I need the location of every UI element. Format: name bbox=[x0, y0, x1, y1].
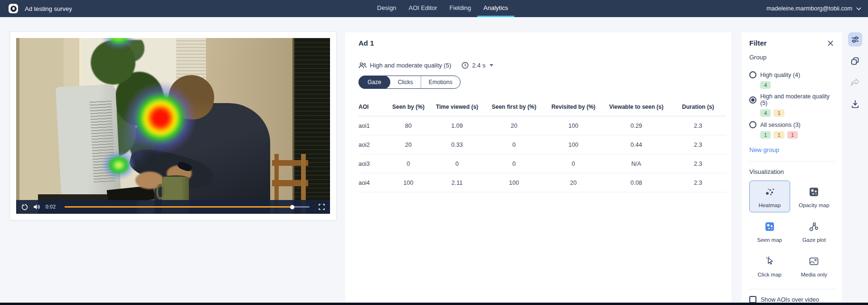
viz-option-click-map[interactable]: Click map bbox=[749, 250, 790, 282]
people-icon bbox=[359, 62, 367, 69]
user-email: madeleine.marmborg@tobii.com bbox=[766, 5, 852, 12]
page-title: Ad 1 bbox=[359, 39, 731, 47]
volume-icon bbox=[33, 204, 40, 210]
app-title: Ad testing survey bbox=[25, 5, 72, 12]
video-current-time: 0:02 bbox=[46, 204, 56, 210]
visualization-options: Heatmap Opacity map Seen map bbox=[749, 181, 834, 282]
session-count-badge: 1 bbox=[774, 131, 784, 139]
bottom-edge-bar bbox=[0, 303, 868, 305]
fullscreen-icon bbox=[319, 204, 325, 210]
chevron-down-icon bbox=[490, 64, 493, 67]
show-aois-label: Show AOIs over video bbox=[761, 296, 819, 303]
video-card: 0:02 bbox=[9, 31, 337, 220]
video-player[interactable]: 0:02 bbox=[16, 38, 330, 214]
new-group-link[interactable]: New group bbox=[749, 146, 779, 153]
group-section-label: Group bbox=[749, 54, 834, 61]
video-controls: 0:02 bbox=[16, 200, 330, 214]
checkbox-icon[interactable] bbox=[749, 296, 756, 303]
media-region: 0:02 bbox=[0, 17, 345, 303]
col-time-viewed: Time viewed (s) bbox=[430, 99, 484, 116]
filter-sliders-icon bbox=[850, 35, 860, 44]
show-aois-checkbox-row[interactable]: Show AOIs over video bbox=[749, 296, 834, 303]
visualization-section-label: Visualization bbox=[749, 168, 834, 175]
main-nav: Design AOI Editor Fielding Analytics bbox=[371, 0, 514, 17]
radio-icon-checked bbox=[749, 96, 756, 104]
radio-icon bbox=[749, 121, 756, 128]
col-seen-by: Seen by (%) bbox=[387, 99, 430, 116]
compare-groups-button[interactable] bbox=[848, 54, 862, 68]
viz-option-media-only[interactable]: Media only bbox=[794, 250, 835, 282]
opacity-map-icon bbox=[808, 186, 820, 198]
aoi-metrics-table: AOI Seen by (%) Time viewed (s) Seen fir… bbox=[359, 99, 726, 192]
filter-title: Filter bbox=[749, 39, 767, 47]
nav-link-fielding[interactable]: Fielding bbox=[443, 0, 478, 17]
side-toolbar bbox=[842, 32, 868, 111]
radio-high-quality[interactable]: High quality (4) bbox=[749, 71, 834, 78]
viz-option-heatmap[interactable]: Heatmap bbox=[749, 181, 790, 212]
clock-icon bbox=[462, 62, 469, 69]
col-revisited-by: Revisited by (%) bbox=[544, 99, 603, 116]
viz-option-opacity-map[interactable]: Opacity map bbox=[794, 181, 835, 212]
radio-icon bbox=[749, 71, 756, 78]
layers-icon bbox=[850, 56, 860, 66]
filter-toolbar-button[interactable] bbox=[848, 32, 862, 47]
session-count-badge: 4 bbox=[760, 109, 771, 117]
tab-gaze[interactable]: Gaze bbox=[359, 76, 390, 89]
session-count-badge: 4 bbox=[760, 81, 771, 89]
chevron-down-icon bbox=[856, 7, 861, 10]
video-frame-monitor-vents bbox=[89, 101, 115, 182]
media-only-icon bbox=[808, 256, 820, 267]
col-seen-first-by: Seen first by (%) bbox=[484, 99, 544, 116]
mute-button[interactable] bbox=[33, 204, 40, 210]
analytics-panel: Ad 1 High and moderate quality (5) 2.4 s… bbox=[345, 32, 731, 303]
progress-fill bbox=[65, 206, 292, 208]
session-count-badge: 1 bbox=[774, 109, 784, 117]
close-icon bbox=[828, 40, 833, 46]
replay-icon bbox=[21, 204, 28, 210]
fullscreen-button[interactable] bbox=[319, 204, 325, 210]
table-header-row: AOI Seen by (%) Time viewed (s) Seen fir… bbox=[359, 99, 726, 116]
table-row: aoi3 0 0 0 0 N/A 2.3 bbox=[359, 154, 726, 173]
heatmap-icon bbox=[764, 186, 775, 198]
filter-panel: Filter Group High quality (4) 4 High and… bbox=[742, 32, 842, 303]
tobii-logo bbox=[9, 4, 18, 13]
col-viewable-to-seen: Viewable to seen (s) bbox=[603, 99, 670, 116]
nav-link-analytics[interactable]: Analytics bbox=[477, 0, 514, 17]
gaze-plot-icon bbox=[808, 221, 820, 232]
close-filter-button[interactable] bbox=[827, 39, 834, 47]
table-row: aoi4 100 2.11 100 20 0.08 2.3 bbox=[359, 173, 726, 192]
radio-all-sessions[interactable]: All sessions (3) bbox=[749, 121, 834, 128]
group-duration-selector[interactable]: High and moderate quality (5) 2.4 s bbox=[359, 62, 731, 69]
viz-option-gaze-plot[interactable]: Gaze plot bbox=[794, 215, 835, 247]
download-button[interactable] bbox=[848, 96, 862, 111]
radio-high-and-moderate-quality[interactable]: High and moderate quality (5) bbox=[749, 93, 834, 106]
nav-link-design[interactable]: Design bbox=[371, 0, 402, 17]
col-aoi: AOI bbox=[359, 99, 387, 116]
session-count-badge: 1 bbox=[787, 131, 798, 139]
top-navbar: Ad testing survey Design AOI Editor Fiel… bbox=[0, 0, 868, 17]
click-map-icon bbox=[764, 256, 775, 267]
video-frame-mug-handle bbox=[156, 184, 164, 200]
tab-emotions[interactable]: Emotions bbox=[421, 76, 460, 88]
duration-value: 2.4 s bbox=[472, 62, 485, 69]
share-icon bbox=[850, 78, 860, 87]
seen-map-icon bbox=[764, 221, 775, 232]
metric-tabs: Gaze Clicks Emotions bbox=[359, 76, 461, 89]
share-button[interactable] bbox=[848, 75, 862, 89]
user-menu[interactable]: madeleine.marmborg@tobii.com bbox=[766, 0, 861, 17]
download-icon bbox=[850, 99, 860, 109]
session-count-badge: 1 bbox=[760, 131, 771, 139]
viz-option-seen-map[interactable]: Seen map bbox=[749, 215, 790, 247]
tab-clicks[interactable]: Clicks bbox=[390, 76, 421, 88]
table-row: aoi2 20 0.33 0 100 0.44 2.3 bbox=[359, 135, 726, 154]
nav-link-aoi-editor[interactable]: AOI Editor bbox=[403, 0, 443, 17]
progress-handle[interactable] bbox=[290, 205, 294, 209]
group-selector-label: High and moderate quality (5) bbox=[370, 62, 451, 69]
table-row: aoi1 80 1.09 20 100 0.29 2.3 bbox=[359, 116, 726, 135]
group-options: High quality (4) 4 High and moderate qua… bbox=[749, 71, 834, 139]
col-duration: Duration (s) bbox=[670, 99, 726, 116]
progress-bar[interactable] bbox=[65, 206, 310, 208]
replay-button[interactable] bbox=[21, 204, 28, 210]
